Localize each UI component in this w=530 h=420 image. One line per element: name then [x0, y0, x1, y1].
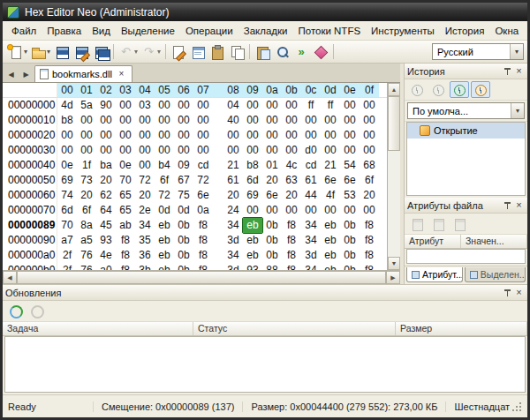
hex-byte[interactable]: 03	[135, 98, 155, 113]
hex-byte[interactable]: 00	[193, 143, 213, 158]
hex-byte[interactable]: 00	[223, 143, 243, 158]
pin-icon[interactable]	[503, 288, 513, 298]
hex-byte[interactable]: 00	[243, 203, 262, 218]
menu-item[interactable]: Правка	[42, 23, 87, 39]
hex-byte[interactable]: 0b	[262, 233, 282, 248]
hex-byte[interactable]: 3b	[135, 263, 155, 270]
hex-byte[interactable]: 4e	[96, 248, 116, 263]
hex-byte[interactable]: 20	[135, 188, 155, 203]
menu-item[interactable]: Окна	[489, 23, 524, 39]
hex-byte[interactable]: f8	[282, 248, 301, 263]
hex-byte[interactable]: 00	[135, 128, 155, 143]
hex-byte[interactable]: 0b	[174, 263, 193, 270]
hex-byte[interactable]: 21	[223, 158, 243, 173]
hex-byte[interactable]: 72	[193, 173, 213, 188]
tab-close-icon[interactable]: ×	[116, 69, 127, 80]
hex-byte[interactable]: 20	[77, 188, 96, 203]
hex-byte[interactable]: 00	[174, 143, 193, 158]
tab-scroll-right-icon[interactable]: ▶	[19, 67, 33, 81]
hex-byte[interactable]: 76	[77, 248, 96, 263]
column-header[interactable]: Атрибут	[405, 235, 461, 248]
hex-byte[interactable]: cd	[193, 158, 213, 173]
hex-byte[interactable]: 00	[340, 203, 360, 218]
find-button[interactable]	[272, 42, 292, 62]
hex-byte[interactable]: 00	[193, 98, 213, 113]
vertical-scroll-thumb[interactable]	[388, 96, 400, 151]
hex-byte[interactable]: 00	[174, 128, 193, 143]
fill-block-button[interactable]	[311, 42, 330, 62]
close-icon[interactable]: ×	[513, 65, 525, 77]
menu-item[interactable]: Потоки NTFS	[292, 23, 366, 39]
hex-byte[interactable]: 00	[96, 128, 116, 143]
hex-byte[interactable]: 00	[360, 203, 379, 218]
paste-button[interactable]	[208, 42, 227, 62]
hex-byte[interactable]: 0b	[174, 233, 193, 248]
hex-byte[interactable]: 00	[116, 128, 135, 143]
hex-byte[interactable]: 34	[301, 233, 321, 248]
hex-byte[interactable]: d0	[301, 143, 321, 158]
hex-byte[interactable]: 2f	[57, 263, 77, 270]
column-header[interactable]: Статус	[193, 322, 396, 335]
hex-byte[interactable]: 54	[340, 158, 360, 173]
hex-byte[interactable]: 00	[301, 128, 321, 143]
hex-byte[interactable]: 00	[321, 113, 340, 128]
hex-byte[interactable]: f8	[360, 218, 379, 233]
hex-byte[interactable]: eb	[243, 233, 262, 248]
hex-byte[interactable]: a5	[77, 233, 96, 248]
hex-byte[interactable]: 3d	[223, 263, 243, 270]
resize-grip[interactable]	[511, 401, 522, 412]
hex-byte[interactable]: 00	[340, 98, 360, 113]
hex-byte[interactable]: 64	[96, 203, 116, 218]
hex-byte[interactable]: 34	[135, 218, 155, 233]
hex-byte[interactable]: 44	[301, 188, 321, 203]
chevron-down-icon[interactable]: ▾	[510, 44, 523, 59]
hex-byte[interactable]: 00	[155, 143, 174, 158]
hex-byte[interactable]: 6e	[340, 173, 360, 188]
copy-button[interactable]	[227, 42, 246, 62]
hex-byte[interactable]: 45	[96, 218, 116, 233]
hex-byte[interactable]: 34	[223, 218, 243, 233]
hex-byte[interactable]: 34	[301, 218, 321, 233]
hex-byte[interactable]: 0b	[340, 263, 360, 270]
hex-byte[interactable]: 00	[243, 128, 262, 143]
hex-byte[interactable]: 6e	[193, 188, 213, 203]
hex-byte[interactable]: 6e	[262, 188, 282, 203]
hex-byte[interactable]: 0a	[193, 203, 213, 218]
hex-byte[interactable]: 93	[96, 233, 116, 248]
hex-byte[interactable]: f8	[360, 233, 379, 248]
save-file-as-button[interactable]	[72, 42, 91, 62]
column-header[interactable]: Размер	[396, 322, 527, 335]
hex-byte[interactable]: cd	[301, 158, 321, 173]
hex-byte[interactable]: 6d	[243, 173, 262, 188]
hex-byte[interactable]: 20	[262, 173, 282, 188]
save-file-button[interactable]	[52, 42, 72, 62]
hex-byte[interactable]: 67	[174, 173, 193, 188]
hex-byte[interactable]: a7	[57, 233, 77, 248]
hex-byte[interactable]: 70	[57, 218, 77, 233]
hex-byte[interactable]: ff	[321, 98, 340, 113]
hex-byte[interactable]: f8	[116, 248, 135, 263]
hex-byte[interactable]: 0d	[174, 203, 193, 218]
hex-byte[interactable]: 62	[96, 188, 116, 203]
hex-byte[interactable]: 53	[340, 188, 360, 203]
hex-byte[interactable]: 8a	[77, 218, 96, 233]
hex-byte[interactable]: 00	[360, 113, 379, 128]
hex-byte[interactable]: 01	[262, 158, 282, 173]
hex-byte[interactable]: 76	[77, 263, 96, 270]
hex-byte[interactable]: 04	[223, 98, 243, 113]
language-select[interactable]: Русский ▾	[432, 43, 524, 60]
hex-byte[interactable]: 20	[360, 188, 379, 203]
attributes-bottom-tab[interactable]: Атрибут...	[406, 267, 463, 282]
hex-byte[interactable]: 00	[57, 143, 77, 158]
hex-byte[interactable]: 00	[262, 203, 282, 218]
hex-byte[interactable]: 73	[77, 173, 96, 188]
tab-bookmarks-dll[interactable]: bookmarks.dll ×	[34, 65, 132, 82]
hex-byte[interactable]: 5a	[77, 98, 96, 113]
pin-icon[interactable]	[503, 200, 513, 211]
open-file-button[interactable]: ▾	[29, 42, 52, 62]
hex-byte[interactable]: eb	[321, 248, 340, 263]
hex-byte[interactable]: 20	[282, 188, 301, 203]
hex-byte[interactable]: 0b	[174, 218, 193, 233]
hex-byte[interactable]: ab	[116, 218, 135, 233]
scroll-up-icon[interactable]: ▲	[388, 83, 400, 96]
